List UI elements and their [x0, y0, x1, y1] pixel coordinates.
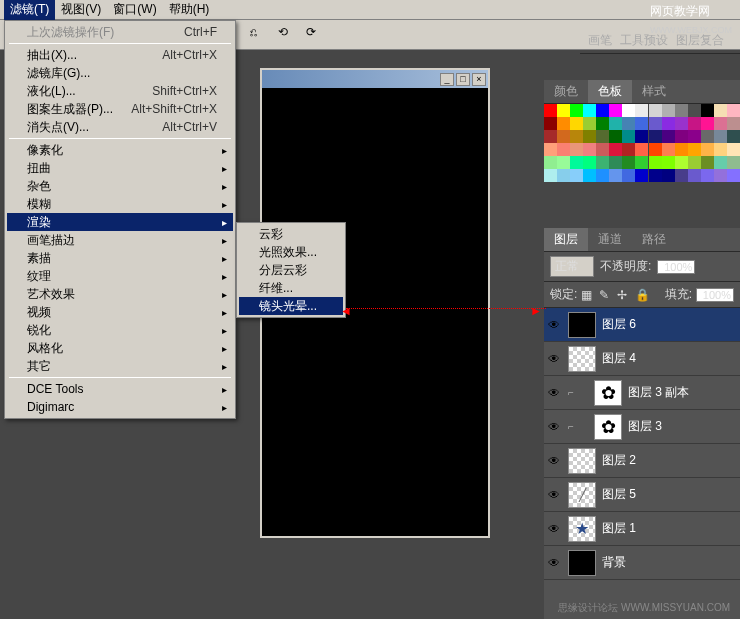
swatch[interactable] — [662, 104, 675, 117]
layer-row[interactable]: 👁 图层 2 — [544, 444, 740, 478]
swatch[interactable] — [714, 104, 727, 117]
minimize-button[interactable]: _ — [440, 73, 454, 86]
swatch[interactable] — [596, 104, 609, 117]
swatch[interactable] — [701, 156, 714, 169]
swatch[interactable] — [596, 156, 609, 169]
tool-icon[interactable]: ⟲ — [278, 25, 298, 45]
menu-item[interactable]: Digimarc▸ — [7, 398, 233, 416]
swatch[interactable] — [570, 169, 583, 182]
swatch[interactable] — [688, 143, 701, 156]
layer-thumbnail[interactable] — [568, 346, 596, 372]
swatch[interactable] — [701, 117, 714, 130]
swatch[interactable] — [675, 169, 688, 182]
tab-color[interactable]: 颜色 — [544, 80, 588, 103]
swatch[interactable] — [609, 169, 622, 182]
lock-all-icon[interactable]: 🔒 — [635, 288, 649, 302]
swatch[interactable] — [583, 143, 596, 156]
layer-row[interactable]: 👁 ⌐ ✿ 图层 3 — [544, 410, 740, 444]
swatch[interactable] — [570, 117, 583, 130]
swatch[interactable] — [635, 169, 648, 182]
menu-item[interactable]: 素描▸ — [7, 249, 233, 267]
menu-item[interactable]: 像素化▸ — [7, 141, 233, 159]
menu-help[interactable]: 帮助(H) — [163, 0, 216, 20]
swatch[interactable] — [649, 117, 662, 130]
swatch[interactable] — [544, 156, 557, 169]
layer-name[interactable]: 图层 3 — [628, 418, 662, 435]
layer-thumbnail[interactable]: ✿ — [594, 380, 622, 406]
visibility-icon[interactable]: 👁 — [548, 454, 562, 468]
visibility-icon[interactable]: 👁 — [548, 420, 562, 434]
menu-item[interactable]: 模糊▸ — [7, 195, 233, 213]
swatch[interactable] — [609, 156, 622, 169]
swatch[interactable] — [544, 117, 557, 130]
layer-thumbnail[interactable]: ✿ — [594, 414, 622, 440]
layer-thumbnail[interactable]: ★ — [568, 516, 596, 542]
swatch[interactable] — [714, 117, 727, 130]
tool-icon[interactable]: ⎌ — [250, 25, 270, 45]
menu-item[interactable]: 风格化▸ — [7, 339, 233, 357]
menu-item[interactable]: 渲染▸ — [7, 213, 233, 231]
visibility-icon[interactable]: 👁 — [548, 522, 562, 536]
swatch[interactable] — [557, 156, 570, 169]
menu-item[interactable]: 画笔描边▸ — [7, 231, 233, 249]
swatch[interactable] — [688, 156, 701, 169]
swatch[interactable] — [662, 117, 675, 130]
layer-row[interactable]: 👁 ⌐ ✿ 图层 3 副本 — [544, 376, 740, 410]
lock-position-icon[interactable]: ✢ — [617, 288, 631, 302]
swatch[interactable] — [583, 169, 596, 182]
swatch[interactable] — [583, 130, 596, 143]
menu-item[interactable]: 消失点(V)...Alt+Ctrl+V — [7, 118, 233, 136]
menu-item[interactable]: 杂色▸ — [7, 177, 233, 195]
swatch[interactable] — [570, 104, 583, 117]
swatch[interactable] — [727, 169, 740, 182]
swatch[interactable] — [596, 130, 609, 143]
layer-thumbnail[interactable] — [568, 312, 596, 338]
swatch[interactable] — [688, 130, 701, 143]
opacity-input[interactable]: 100% — [657, 260, 695, 274]
visibility-icon[interactable]: 👁 — [548, 352, 562, 366]
menu-item[interactable]: DCE Tools▸ — [7, 380, 233, 398]
swatch[interactable] — [609, 117, 622, 130]
swatch[interactable] — [570, 130, 583, 143]
tool-icon[interactable]: ⟳ — [306, 25, 326, 45]
layer-name[interactable]: 背景 — [602, 554, 626, 571]
tab-layer-comps[interactable]: 图层复合 — [676, 32, 724, 49]
tab-paths[interactable]: 路径 — [632, 228, 676, 251]
menu-view[interactable]: 视图(V) — [55, 0, 107, 20]
layer-thumbnail[interactable]: ╱ — [568, 482, 596, 508]
visibility-icon[interactable]: 👁 — [548, 318, 562, 332]
swatch[interactable] — [675, 143, 688, 156]
tab-brush[interactable]: 画笔 — [588, 32, 612, 49]
swatch[interactable] — [675, 117, 688, 130]
swatch[interactable] — [727, 104, 740, 117]
swatch[interactable] — [583, 104, 596, 117]
swatch[interactable] — [701, 130, 714, 143]
visibility-icon[interactable]: 👁 — [548, 488, 562, 502]
maximize-button[interactable]: □ — [456, 73, 470, 86]
swatch[interactable] — [596, 117, 609, 130]
swatch[interactable] — [649, 104, 662, 117]
menu-item[interactable]: 滤镜库(G)... — [7, 64, 233, 82]
swatch[interactable] — [544, 104, 557, 117]
swatch[interactable] — [622, 130, 635, 143]
swatch[interactable] — [557, 117, 570, 130]
layer-row[interactable]: 👁 图层 4 — [544, 342, 740, 376]
swatch[interactable] — [649, 143, 662, 156]
swatch[interactable] — [635, 130, 648, 143]
swatch[interactable] — [609, 143, 622, 156]
layer-name[interactable]: 图层 3 副本 — [628, 384, 689, 401]
swatch[interactable] — [727, 117, 740, 130]
swatch[interactable] — [557, 169, 570, 182]
layer-name[interactable]: 图层 2 — [602, 452, 636, 469]
layer-row[interactable]: 👁 ★ 图层 1 — [544, 512, 740, 546]
visibility-icon[interactable]: 👁 — [548, 386, 562, 400]
tab-swatches[interactable]: 色板 — [588, 80, 632, 103]
layer-name[interactable]: 图层 6 — [602, 316, 636, 333]
swatch[interactable] — [557, 143, 570, 156]
swatch[interactable] — [544, 130, 557, 143]
tab-channels[interactable]: 通道 — [588, 228, 632, 251]
layer-name[interactable]: 图层 4 — [602, 350, 636, 367]
swatch[interactable] — [596, 169, 609, 182]
swatch[interactable] — [701, 104, 714, 117]
swatch[interactable] — [622, 104, 635, 117]
